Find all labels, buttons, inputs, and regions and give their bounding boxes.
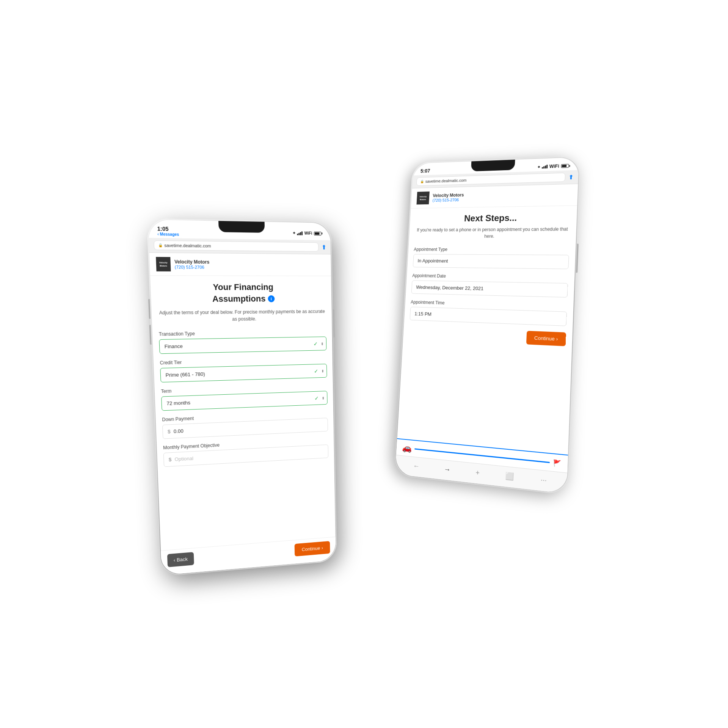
appt-continue-button[interactable]: Continue ›: [526, 331, 566, 346]
back-dealer-logo: VelocityMotors: [416, 191, 429, 204]
front-dealer-logo: Velocity Motors: [156, 257, 171, 271]
lock-icon-front: 🔒: [158, 243, 163, 248]
term-group: Term 72 months ✓ ⬍: [161, 383, 327, 411]
front-page-title-line2: Assumptions: [212, 294, 266, 304]
side-button-volume-up: [148, 299, 151, 319]
down-payment-value: 0.00: [174, 428, 184, 434]
term-select[interactable]: 72 months: [161, 391, 328, 411]
title-line1-text: Your Financing: [213, 282, 273, 292]
front-page-description: Adjust the terms of your deal below. For…: [158, 308, 326, 323]
term-value: 72 months: [166, 400, 190, 406]
share-button-back[interactable]: ⬆: [568, 173, 574, 180]
back-dealer-header: VelocityMotors Velocity Motors (720) 515…: [411, 184, 578, 209]
front-dealer-header: Velocity Motors Velocity Motors (720) 51…: [149, 253, 331, 276]
wifi-icon-front: WiFi: [304, 231, 312, 235]
appt-time-input[interactable]: 1:15 PM: [410, 307, 567, 326]
appt-type-wrapper: In Appointment: [413, 254, 569, 269]
appt-date-input[interactable]: Wednesday, December 22, 2021: [411, 280, 568, 297]
phone-front: 1:05 ‹ Messages ⌖ WiFi: [147, 218, 337, 576]
back-url-bar[interactable]: 🔒 savetime.dealmatic.com: [416, 173, 566, 186]
appt-type-value: In Appointment: [417, 258, 448, 264]
appt-type-select[interactable]: In Appointment: [413, 254, 569, 269]
front-dealer-phone[interactable]: (720) 515-2706: [174, 265, 210, 270]
signal-bars-back: [542, 165, 548, 168]
front-back-link[interactable]: ‹ Messages: [157, 232, 179, 237]
signal-bar-1: [542, 167, 543, 169]
credit-arrow-icon: ⬍: [321, 369, 324, 373]
battery-back: [561, 164, 570, 168]
lock-icon-back: 🔒: [420, 180, 424, 184]
appt-time-group: Appointment Time 1:15 PM: [410, 300, 567, 326]
down-payment-prefix: $: [168, 428, 171, 435]
front-url-bar[interactable]: 🔒 savetime.dealmatic.com: [154, 240, 318, 252]
continue-button-label: Continue ›: [302, 545, 323, 552]
info-icon[interactable]: i: [268, 295, 275, 302]
car-icon: 🚗: [402, 442, 412, 453]
wifi-icon-back: WiFi: [549, 163, 559, 169]
title-line2-text: Assumptions: [212, 294, 266, 304]
back-status-icons: ⌖ WiFi: [537, 163, 570, 169]
back-nav-add[interactable]: +: [472, 467, 483, 479]
signal-bar-f1: [297, 234, 298, 235]
scene: 5:07 ⌖ WiFi: [155, 155, 573, 573]
front-page-content: Your Financing Assumptions i Adjust the …: [150, 276, 336, 551]
front-dealer-name: Velocity Motors: [174, 259, 210, 265]
signal-bar-f4: [301, 231, 303, 235]
car-emoji-2: 🚩: [553, 459, 561, 468]
front-page-title-line1: Your Financing: [157, 282, 326, 292]
back-button[interactable]: ‹ Back: [167, 552, 194, 567]
back-status-time: 5:07: [420, 168, 430, 174]
term-wrapper: 72 months ✓ ⬍: [161, 391, 328, 411]
front-url-text: savetime.dealmatic.com: [164, 243, 211, 248]
transaction-type-wrapper: Finance ✓ ⬍: [159, 337, 326, 354]
back-button-label: ‹ Back: [174, 556, 188, 563]
back-nav-forward[interactable]: →: [441, 463, 453, 476]
appt-date-group: Appointment Date Wednesday, December 22,…: [411, 273, 568, 297]
back-dealer-info: Velocity Motors (720) 515-2706: [432, 193, 464, 202]
term-check-icon: ✓: [314, 395, 319, 401]
back-page-title: Next Steps...: [415, 212, 571, 224]
transaction-check-icon: ✓: [314, 340, 318, 347]
appt-continue-label: Continue ›: [534, 335, 558, 342]
front-browser-bar: 🔒 savetime.dealmatic.com ⬆: [149, 238, 331, 254]
credit-tier-group: Credit Tier Prime (661 - 780) ✓ ⬍: [160, 356, 327, 383]
appt-date-label: Appointment Date: [412, 273, 568, 281]
credit-tier-select[interactable]: Prime (661 - 780): [160, 364, 327, 382]
side-button-right: [576, 244, 579, 273]
signal-bar-3: [545, 165, 546, 168]
notch-front: [218, 221, 265, 233]
signal-bar-f2: [298, 233, 300, 235]
signal-bar-f3: [300, 232, 301, 235]
continue-button[interactable]: Continue ›: [295, 541, 330, 557]
back-page-content: Next Steps... If you're ready to set a p…: [397, 206, 577, 455]
side-button-power: [333, 309, 335, 337]
appt-type-label: Appointment Type: [414, 247, 569, 253]
back-nav-more[interactable]: ···: [537, 474, 550, 487]
credit-tier-wrapper: Prime (661 - 780) ✓ ⬍: [160, 364, 327, 382]
monthly-payment-group: Monthly Payment Objective $ Optional: [163, 437, 328, 467]
credit-tier-value: Prime (661 - 780): [165, 371, 205, 378]
side-button-volume-down: [149, 325, 152, 345]
location-icon-front: ⌖: [293, 231, 295, 235]
battery-front: [314, 231, 322, 235]
front-phone-screen: 1:05 ‹ Messages ⌖ WiFi: [148, 220, 336, 575]
back-dealer-phone[interactable]: (720) 515-2706: [432, 198, 464, 202]
back-nav-back[interactable]: ←: [410, 460, 423, 472]
monthly-payment-placeholder: Optional: [174, 455, 193, 462]
location-icon: ⌖: [538, 165, 540, 169]
transaction-type-label: Transaction Type: [159, 329, 326, 337]
front-page-subtitle-row: Assumptions i: [157, 293, 326, 304]
front-dealer-info: Velocity Motors (720) 515-2706: [174, 259, 210, 270]
appt-date-value: Wednesday, December 22, 2021: [416, 284, 483, 291]
back-nav-tabs[interactable]: ⬜: [502, 469, 517, 483]
down-payment-group: Down Payment $ 0.00: [162, 410, 328, 439]
signal-bar-4: [546, 165, 548, 168]
monthly-payment-prefix: $: [169, 457, 172, 462]
share-button-front[interactable]: ⬆: [322, 243, 326, 251]
transaction-type-value: Finance: [164, 343, 183, 349]
transaction-type-select[interactable]: Finance: [159, 337, 326, 354]
signal-bar-2: [543, 166, 544, 169]
transaction-type-group: Transaction Type Finance ✓ ⬍: [159, 329, 327, 354]
term-arrow-icon: ⬍: [322, 396, 325, 400]
front-status-icons: ⌖ WiFi: [293, 231, 322, 236]
